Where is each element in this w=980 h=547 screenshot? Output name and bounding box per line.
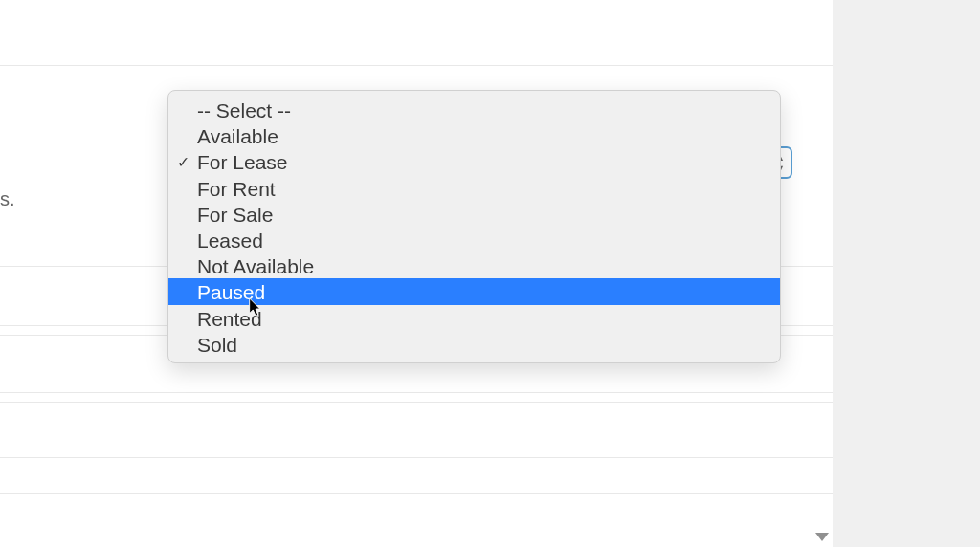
dropdown-item-label: For Lease: [168, 149, 780, 175]
dropdown-item-label: For Sale: [168, 202, 780, 228]
dropdown-item-leased[interactable]: Leased: [168, 227, 780, 252]
divider: [0, 402, 833, 403]
dropdown-item-label: Paused: [168, 279, 780, 305]
dropdown-item-label: Rented: [168, 306, 780, 332]
divider: [0, 392, 833, 393]
status-dropdown-menu[interactable]: -- Select -- Available ✓ For Lease For R…: [167, 90, 781, 363]
dropdown-item-for-lease[interactable]: ✓ For Lease: [168, 148, 780, 174]
dropdown-item-not-available[interactable]: Not Available: [168, 252, 780, 278]
dropdown-item-available[interactable]: Available: [168, 122, 780, 148]
dropdown-item-sold[interactable]: Sold: [168, 331, 780, 357]
dropdown-item-label: Sold: [168, 332, 780, 358]
divider: [0, 493, 833, 494]
truncated-text: s.: [0, 188, 15, 210]
dropdown-item-label: For Rent: [168, 176, 780, 202]
dropdown-item-rented[interactable]: Rented: [168, 305, 780, 331]
right-sidebar-panel: [833, 0, 980, 547]
dropdown-item-label: Available: [168, 123, 780, 149]
divider: [0, 65, 833, 66]
dropdown-item-for-rent[interactable]: For Rent: [168, 175, 780, 201]
dropdown-item-label: Not Available: [168, 253, 780, 279]
dropdown-item-paused[interactable]: Paused: [168, 278, 780, 304]
dropdown-placeholder-item[interactable]: -- Select --: [168, 97, 780, 122]
divider: [0, 457, 833, 458]
dropdown-item-label: Leased: [168, 228, 780, 253]
dropdown-item-for-sale[interactable]: For Sale: [168, 201, 780, 227]
dropdown-item-label: -- Select --: [168, 98, 780, 123]
checkmark-icon: ✓: [177, 148, 189, 174]
collapse-arrow-icon[interactable]: [815, 533, 829, 541]
